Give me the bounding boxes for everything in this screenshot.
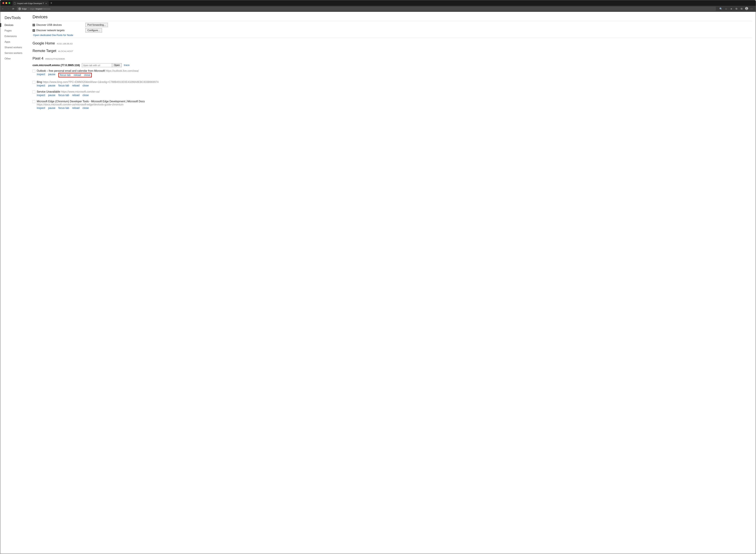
open-url-input[interactable] bbox=[82, 63, 113, 67]
url-path: /#devices bbox=[42, 8, 50, 10]
sidebar-item-other[interactable]: Other bbox=[0, 56, 31, 61]
entry-checkbox[interactable] bbox=[33, 100, 35, 103]
inspect-link[interactable]: inspect bbox=[37, 84, 45, 87]
close-tab-button[interactable]: × bbox=[45, 2, 47, 5]
browser-tab[interactable]: Inspect with Edge Developer T × bbox=[12, 1, 49, 6]
collections-icon[interactable]: ⧉ bbox=[734, 7, 739, 10]
search-icon[interactable]: 🔍 bbox=[718, 7, 723, 10]
target-header: Remote Target #LOCALHOST bbox=[33, 49, 752, 53]
open-node-devtools-link[interactable]: Open dedicated DevTools for Node bbox=[33, 34, 752, 37]
inspect-link[interactable]: inspect bbox=[37, 94, 45, 97]
sidebar-item-extensions[interactable]: Extensions bbox=[0, 34, 31, 39]
more-menu-button[interactable]: ⋯ bbox=[749, 7, 754, 10]
target-hash: #192.168.86.63 bbox=[57, 42, 73, 45]
port-forwarding-button[interactable]: Port forwarding... bbox=[85, 23, 108, 27]
sidebar-item-pages[interactable]: Pages bbox=[0, 28, 31, 34]
discover-usb-label: Discover USB devices bbox=[36, 23, 62, 26]
open-url-button[interactable]: Open bbox=[112, 63, 122, 67]
entry-title: Bing bbox=[37, 80, 42, 84]
reload-link[interactable]: reload bbox=[72, 94, 79, 97]
divider bbox=[33, 38, 752, 38]
target-name: Google Home bbox=[33, 41, 55, 45]
reload-link[interactable]: reload bbox=[72, 84, 79, 87]
target-header: Google Home #192.168.86.63 bbox=[33, 41, 752, 45]
target-header: Pixel 4 #99231FFAZ0080K bbox=[33, 56, 752, 60]
target-hash: #LOCALHOST bbox=[58, 50, 73, 53]
focus-link[interactable]: focus tab bbox=[58, 84, 69, 87]
close-link[interactable]: close bbox=[84, 73, 90, 77]
toolbar-right: 🔍 ☆ ✭ ⧉ ⧉ ⋯ bbox=[717, 7, 756, 11]
entry-url: https://docs.microsoft.com/en-us/microso… bbox=[37, 103, 752, 106]
pause-link[interactable]: pause bbox=[48, 73, 55, 77]
pause-link[interactable]: pause bbox=[48, 94, 55, 97]
url-text: edge://inspect/#devices bbox=[28, 8, 50, 10]
entry-url: https://www.microsoft.com/en-us/ bbox=[60, 90, 100, 93]
highlighted-actions: focus tabreloadclose bbox=[58, 73, 92, 77]
profile-icon[interactable] bbox=[744, 7, 749, 11]
back-button[interactable]: ← bbox=[0, 7, 5, 10]
favorites-bar-icon[interactable]: ✭ bbox=[729, 7, 734, 10]
new-tab-button[interactable]: + bbox=[49, 1, 54, 5]
avatar-icon bbox=[745, 7, 748, 10]
target-name: Remote Target bbox=[33, 49, 56, 53]
entry-actions: inspectpausefocus tabreloadclose bbox=[37, 73, 752, 77]
discover-network-checkbox[interactable]: ✓ bbox=[33, 29, 35, 32]
close-link[interactable]: close bbox=[82, 94, 89, 97]
close-link[interactable]: close bbox=[82, 84, 89, 87]
configure-button[interactable]: Configure... bbox=[85, 28, 102, 33]
discover-network-row: ✓ Discover network targets Configure... bbox=[33, 28, 752, 33]
focus-link[interactable]: focus tab bbox=[58, 107, 69, 110]
discover-usb-row: ✓ Discover USB devices Port forwarding..… bbox=[33, 23, 752, 27]
sidebar-item-service-workers[interactable]: Service workers bbox=[0, 50, 31, 56]
entry-text: Outlook – free personal email and calend… bbox=[37, 69, 139, 72]
inspect-link[interactable]: inspect bbox=[37, 107, 45, 110]
entry-text: Bing https://www.bing.com/?PC=EMMX20&toW… bbox=[37, 80, 159, 84]
package-row: com.microsoft.emmx (77.0.3865.116) Open … bbox=[33, 63, 752, 67]
url-prefix: edge:// bbox=[30, 8, 36, 10]
entry-title: Outlook – free personal email and calend… bbox=[37, 69, 105, 72]
extensions-icon[interactable]: ⧉ bbox=[739, 7, 744, 10]
pause-link[interactable]: pause bbox=[48, 84, 55, 87]
pause-link[interactable]: pause bbox=[48, 107, 55, 110]
package-name: com.microsoft.emmx (77.0.3865.116) bbox=[33, 64, 80, 67]
entry-checkbox[interactable] bbox=[33, 81, 35, 84]
close-window-button[interactable] bbox=[2, 2, 4, 4]
sidebar-title: DevTools bbox=[0, 14, 31, 22]
entry-checkbox[interactable] bbox=[33, 91, 35, 93]
trace-link[interactable]: trace bbox=[124, 64, 130, 67]
divider bbox=[33, 21, 752, 21]
page-icon bbox=[14, 2, 16, 4]
entry-header: Service Unavailable https://www.microsof… bbox=[33, 90, 752, 93]
inspect-entry: Service Unavailable https://www.microsof… bbox=[33, 90, 752, 97]
refresh-button[interactable]: ⟳ bbox=[11, 7, 16, 10]
entry-header: Outlook – free personal email and calend… bbox=[33, 69, 752, 72]
address-bar[interactable]: Edge edge://inspect/#devices bbox=[17, 7, 716, 11]
close-link[interactable]: close bbox=[82, 107, 89, 110]
sidebar: DevTools DevicesPagesExtensionsAppsShare… bbox=[0, 12, 31, 554]
maximize-window-button[interactable] bbox=[8, 2, 10, 4]
entry-url: https://outlook.live.com/owa/ bbox=[105, 69, 139, 72]
minimize-window-button[interactable] bbox=[5, 2, 7, 4]
page-content: DevTools DevicesPagesExtensionsAppsShare… bbox=[0, 12, 756, 554]
inspect-entry: Outlook – free personal email and calend… bbox=[33, 69, 752, 77]
sidebar-item-devices[interactable]: Devices bbox=[0, 22, 31, 28]
discover-usb-checkbox[interactable]: ✓ bbox=[33, 24, 35, 26]
entry-header: Microsoft Edge (Chromium) Developer Tool… bbox=[33, 100, 752, 103]
titlebar: Inspect with Edge Developer T × + bbox=[0, 0, 756, 6]
forward-button[interactable]: → bbox=[5, 7, 11, 10]
reload-link[interactable]: reload bbox=[74, 73, 81, 77]
inspect-link[interactable]: inspect bbox=[37, 73, 45, 77]
reload-link[interactable]: reload bbox=[72, 107, 79, 110]
entry-checkbox[interactable] bbox=[33, 70, 35, 72]
focus-link[interactable]: focus tab bbox=[60, 73, 71, 77]
target-name: Pixel 4 bbox=[33, 56, 43, 60]
favorite-icon[interactable]: ☆ bbox=[723, 7, 729, 10]
sidebar-item-shared-workers[interactable]: Shared workers bbox=[0, 45, 31, 50]
browser-toolbar: ← → ⟳ Edge edge://inspect/#devices 🔍 ☆ ✭… bbox=[0, 6, 756, 12]
tab-title: Inspect with Edge Developer T bbox=[17, 2, 44, 5]
sidebar-item-apps[interactable]: Apps bbox=[0, 39, 31, 45]
page-title: Devices bbox=[33, 14, 752, 19]
entry-text: Microsoft Edge (Chromium) Developer Tool… bbox=[37, 100, 145, 103]
entry-title: Microsoft Edge (Chromium) Developer Tool… bbox=[37, 100, 145, 103]
focus-link[interactable]: focus tab bbox=[58, 94, 69, 97]
